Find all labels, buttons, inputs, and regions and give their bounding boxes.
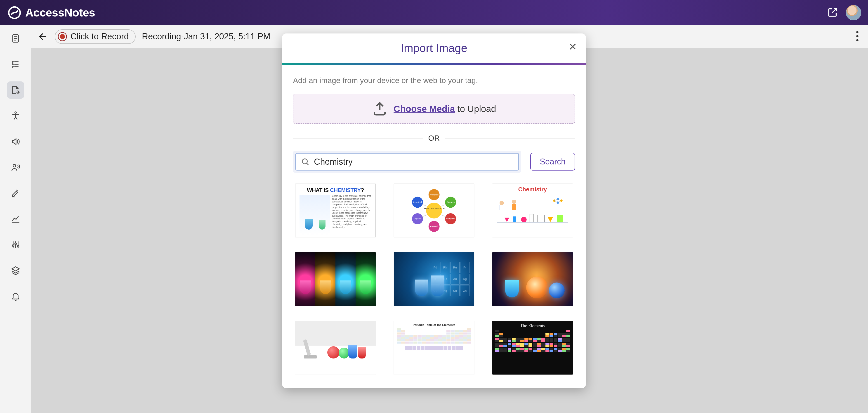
thumb-title: Chemistry [495,186,570,193]
svg-point-13 [302,159,307,164]
svg-text:Biochem: Biochem [446,201,455,203]
svg-text:Organic: Organic [414,217,421,220]
search-icon [301,157,309,166]
thumb-title: The Elements [495,323,570,328]
svg-point-14 [426,203,442,218]
result-thumb[interactable] [295,252,376,306]
svg-text:Inorganic: Inorganic [446,217,455,220]
svg-rect-35 [500,205,504,210]
modal-accent-stripe [282,63,586,65]
svg-point-36 [512,200,516,204]
svg-rect-50 [537,215,544,222]
svg-rect-49 [530,214,533,222]
search-field-wrap [293,151,521,173]
result-thumb[interactable] [492,252,573,306]
thumb-heading: WHAT IS CHEMISTRY? [300,187,371,194]
svg-point-34 [500,201,504,205]
svg-line-32 [422,215,427,217]
modal-close-button[interactable] [568,42,577,52]
result-thumb[interactable]: TYPES OF CHEMISTRY Analytical Biochem In… [394,184,474,237]
svg-rect-37 [512,204,516,210]
svg-rect-51 [557,215,563,222]
modal-description: Add an image from your device or the web… [293,76,575,85]
result-thumb[interactable]: PdRhRuPt IrOsAuAg CuHgCdZn [394,252,474,306]
result-thumb[interactable] [295,321,376,375]
search-button[interactable]: Search [530,153,575,171]
upload-icon [372,101,388,117]
svg-line-29 [441,204,446,206]
svg-point-48 [521,217,526,222]
or-divider: OR [293,134,575,143]
image-search-input[interactable] [314,157,513,167]
upload-text: Choose Media to Upload [394,104,496,114]
result-thumb[interactable]: Chemistry [492,184,573,237]
import-image-modal: Import Image Add an image from your devi… [282,33,586,388]
result-thumb[interactable]: WHAT IS CHEMISTRY? Chemistry is the bran… [295,184,376,237]
svg-line-33 [422,204,427,206]
svg-text:Physical: Physical [430,225,438,228]
svg-point-41 [560,200,562,202]
close-icon [568,42,577,51]
svg-text:Analytical: Analytical [430,194,438,196]
svg-line-30 [441,215,446,217]
result-thumb[interactable]: The Elements [492,321,573,375]
result-thumb[interactable]: Periodic Table of the Elements [394,321,474,375]
choose-media-link[interactable]: Choose Media [394,104,455,114]
modal-title: Import Image [401,41,467,55]
svg-text:Industrial: Industrial [413,201,422,203]
svg-rect-47 [513,216,516,222]
upload-dropzone[interactable]: Choose Media to Upload [293,94,575,124]
or-label: OR [428,134,440,143]
search-results-grid: WHAT IS CHEMISTRY? Chemistry is the bran… [293,184,575,375]
svg-text:TYPES OF CHEMISTRY: TYPES OF CHEMISTRY [423,207,445,210]
thumb-title: Periodic Table of the Elements [397,323,471,327]
